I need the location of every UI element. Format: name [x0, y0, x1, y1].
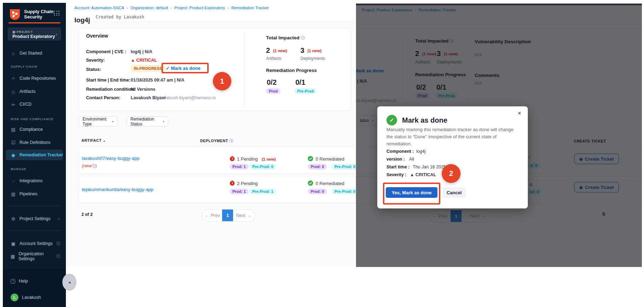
- arrow-right-icon: →: [247, 213, 252, 218]
- remediation-tracker-icon: ◈: [11, 152, 16, 158]
- remediated-prod-badge: Prod: 0: [308, 189, 327, 194]
- remediated-preprod-badge: Pre-Prod: 0: [332, 164, 356, 169]
- modal-severity-value: ▲ CRITICAL: [410, 172, 436, 177]
- artifact-link[interactable]: lavakush07/easy-buggy-app: [82, 156, 140, 161]
- time-value: 01/16/2025 09:47 am | N/A: [131, 78, 185, 83]
- breadcrumb-account[interactable]: Account: Automation-SSCA: [74, 6, 124, 10]
- sidebar-item-artifacts[interactable]: ◇ Artifacts: [6, 86, 63, 97]
- modal-version-label: version :: [386, 157, 405, 162]
- remediated-check-icon: [308, 180, 313, 186]
- info-icon[interactable]: ⓘ: [229, 139, 233, 143]
- sidebar-item-integrations[interactable]: ◌ Integrations: [6, 175, 63, 186]
- sidebar-item-cicd[interactable]: ∞ CI/CD: [6, 99, 63, 110]
- annotation-step-2: 2: [442, 164, 461, 183]
- project-name: Product Exploratory: [12, 34, 55, 39]
- environment-type-select[interactable]: Environment Type ▾: [79, 116, 118, 127]
- cancel-button[interactable]: Cancel: [442, 187, 466, 198]
- page-1-button[interactable]: 1: [222, 209, 233, 222]
- warning-triangle-icon: ▲: [131, 58, 135, 63]
- prev-button[interactable]: ←Prev: [202, 213, 222, 218]
- info-icon: ⓘ: [56, 254, 60, 259]
- pending-new-count: (1 new): [262, 157, 276, 161]
- chevron-down-icon: ▾: [112, 120, 114, 123]
- preprod-badge: Pre-Prod: [294, 88, 316, 94]
- breadcrumb-page[interactable]: Remediation Tracker: [231, 6, 269, 10]
- status-label: Status:: [86, 67, 101, 72]
- sidebar-item-code-repositories[interactable]: ‹/› Code Repositories: [6, 73, 63, 84]
- sidebar-divider: [7, 206, 62, 206]
- overview-heading: Overview: [86, 33, 108, 39]
- pending-preprod-badge: Pre-Prod: 0: [249, 164, 276, 169]
- breadcrumb-organization[interactable]: Organization: default: [130, 6, 168, 10]
- modal-title: Mark as done: [402, 116, 447, 124]
- pagination: ←Prev 1 Next→: [202, 209, 255, 222]
- next-button[interactable]: Next→: [233, 213, 255, 218]
- component-label: Component | CVE :: [86, 49, 126, 54]
- breadcrumb-project[interactable]: Project: Product Exploratory: [174, 6, 225, 10]
- deployments-label: Deployments: [300, 56, 325, 61]
- total-impacted-title: Total Impacted ⓘ: [266, 35, 305, 41]
- pending-timer-icon: [230, 156, 235, 161]
- compliance-doc-icon: ▤: [11, 127, 16, 132]
- artifacts-new-count: (1 new): [273, 49, 287, 53]
- severity-value: ▲ CRITICAL: [131, 58, 157, 63]
- sidebar-item-remediation-tracker[interactable]: ◈ Remediation Tracker: [6, 150, 63, 160]
- sidebar-item-pipelines[interactable]: ▥ Pipelines: [6, 189, 63, 199]
- chevron-down-icon: ▾: [163, 120, 164, 123]
- pending-prod-badge: Prod: 1: [230, 164, 249, 169]
- home-icon: ⌂: [11, 51, 16, 56]
- page-title: log4j: [74, 16, 90, 24]
- remediation-status-select[interactable]: Remediation Status ▾: [126, 116, 168, 127]
- sidebar-divider: [7, 230, 62, 231]
- remediated-count: 0 Remediated: [316, 181, 344, 186]
- created-by-label: Created by Lavakush: [96, 15, 144, 19]
- sidebar-collapse-handle[interactable]: ◂: [62, 274, 77, 291]
- project-cube-icon: ▣: [12, 30, 16, 34]
- prod-progress: 0/2: [267, 78, 277, 86]
- user-avatar: L: [11, 294, 18, 301]
- deployment-column-header: DEPLOYMENT ⓘ: [200, 138, 234, 144]
- sort-asc-icon[interactable]: ▲: [103, 139, 106, 143]
- condition-label: Remediation condition:: [86, 87, 135, 92]
- time-label: Start time | End time:: [86, 78, 130, 83]
- table-row: lavakush07/easy-buggy-app (newⓘ) 1 Pendi…: [79, 146, 356, 174]
- section-label-risk-compliance: RISK AND COMPLIANCE: [11, 117, 53, 121]
- project-selector[interactable]: ▣ PROJECT Product Exploratory ›: [8, 28, 61, 40]
- artifact-link[interactable]: tejakummarikuntla/easy-buggy-app: [82, 187, 153, 192]
- collapse-arrow-icon: ◂: [68, 280, 70, 285]
- sidebar-item-help[interactable]: ? Help: [6, 276, 63, 286]
- info-icon[interactable]: ⓘ: [301, 36, 305, 40]
- artifacts-count: 2: [266, 46, 270, 55]
- user-menu[interactable]: L Lavakush: [6, 292, 63, 303]
- remediated-prod-badge: Prod: 0: [308, 164, 327, 169]
- modal-severity-label: Severity :: [386, 172, 406, 177]
- modal-component-label: Component :: [386, 149, 414, 154]
- close-icon[interactable]: ✕: [518, 111, 521, 116]
- clipboard-check-icon: ☑: [11, 140, 16, 145]
- modal-version-value: All: [409, 157, 414, 162]
- success-check-icon: ✓: [386, 115, 397, 125]
- breadcrumb: Account: Automation-SSCA › Organization:…: [74, 6, 269, 10]
- artifact-column-header[interactable]: ARTIFACT ▲: [81, 138, 106, 143]
- sidebar-item-account-settings[interactable]: ▣ Account Settings ⓘ: [6, 238, 63, 249]
- gear-icon: ⚙: [11, 216, 16, 222]
- chevron-right-icon: ›: [58, 216, 60, 221]
- integrations-icon: ◌: [11, 178, 16, 184]
- main-content: Account: Automation-SSCA › Organization:…: [66, 3, 356, 267]
- sidebar-item-organization-settings[interactable]: ▦ Organization Settings ⓘ: [6, 251, 63, 262]
- artifacts-label: Artifacts: [266, 56, 281, 61]
- sidebar-item-rule-definitions[interactable]: ☑ Rule Definitions: [6, 137, 63, 148]
- page-header: Account: Automation-SSCA › Organization:…: [66, 3, 356, 22]
- sidebar-item-get-started[interactable]: ⌂ Get Started: [6, 48, 63, 58]
- row-count: 2 of 2: [81, 212, 92, 217]
- app-switcher-grid-icon[interactable]: [54, 11, 60, 16]
- deployments-new-count: (1 new): [307, 49, 322, 53]
- pending-preprod-badge: Pre-Prod: 1: [249, 189, 276, 194]
- status-badge: IN-PROGRESS: [131, 65, 165, 72]
- sidebar-item-compliance[interactable]: ▤ Compliance: [6, 124, 63, 135]
- sidebar-item-project-settings[interactable]: ⚙ Project Settings ›: [6, 213, 63, 224]
- modal-start-time-value: Thu Jan 16 2025: [413, 164, 446, 169]
- sidebar-footer: ? Help L Lavakush: [3, 268, 66, 307]
- info-icon[interactable]: ⓘ: [91, 164, 95, 168]
- right-panel: › Project: Product Exploratory › Remedia…: [356, 4, 642, 267]
